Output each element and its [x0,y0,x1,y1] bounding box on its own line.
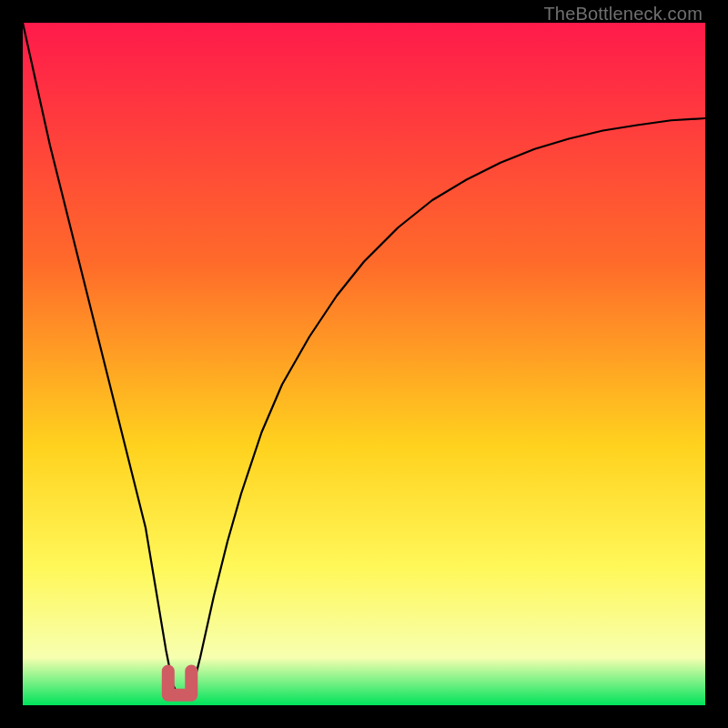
plot-area [23,23,705,705]
bottleneck-curve [23,23,705,699]
outer-frame: TheBottleneck.com [0,0,728,728]
watermark-text: TheBottleneck.com [543,4,703,25]
curve-layer [23,23,705,705]
optimal-marker [168,672,192,695]
